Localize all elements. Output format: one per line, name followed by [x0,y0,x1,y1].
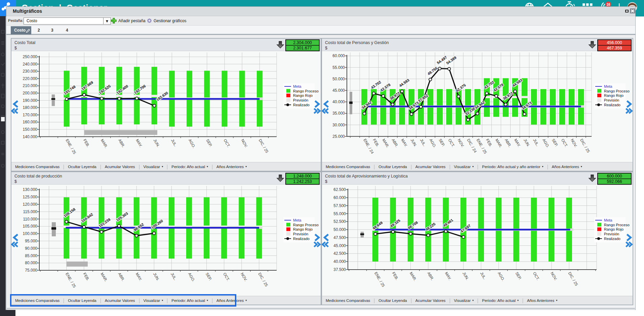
svg-text:75.000: 75.000 [25,268,37,273]
svg-text:42.500: 42.500 [333,251,346,256]
svg-text:DIC. / 25: DIC. / 25 [567,271,578,286]
svg-text:105.000: 105.000 [23,224,38,229]
svg-text:210.000: 210.000 [23,83,38,88]
svg-text:467.359: 467.359 [607,46,622,50]
svg-text:OCT.: OCT. [223,139,231,148]
svg-text:AGO.: AGO. [188,272,196,282]
svg-text:55.000: 55.000 [332,65,345,70]
svg-text:2.301.677: 2.301.677 [293,46,312,50]
svg-text:230.000: 230.000 [23,69,38,74]
svg-text:NOV.: NOV. [240,139,248,148]
svg-text:220.000: 220.000 [23,76,38,81]
svg-text:Previsión: Previsión [293,232,308,236]
svg-text:1.248.000: 1.248.000 [293,174,312,179]
svg-text:SEP.: SEP. [438,138,446,147]
svg-text:FEB.: FEB. [83,139,90,148]
svg-text:45.000: 45.000 [332,88,345,93]
svg-text:54.389: 54.389 [446,55,457,65]
svg-text:MAY.: MAY. [514,138,521,148]
svg-text:ABR.: ABR. [504,138,512,148]
svg-text:456.000: 456.000 [607,40,622,45]
svg-text:MAR.: MAR. [100,139,109,149]
svg-text:90.000: 90.000 [25,246,37,251]
svg-text:Rango Rojo: Rango Rojo [604,227,623,231]
svg-text:MAR.: MAR. [381,138,390,149]
svg-text:OCT.: OCT. [223,272,230,282]
svg-text:AGO.: AGO. [542,138,550,149]
svg-text:SEP.: SEP. [551,138,559,147]
svg-text:ABR.: ABR. [391,138,399,148]
svg-text:Rango Rojo: Rango Rojo [293,227,313,231]
svg-text:NOV.: NOV. [550,271,558,281]
svg-text:ABR.: ABR. [117,272,125,282]
svg-text:Previsión: Previsión [604,98,619,102]
svg-text:130.000: 130.000 [23,187,38,192]
svg-text:180.000: 180.000 [23,105,38,110]
svg-text:JUN.: JUN. [153,139,160,148]
svg-text:47.500: 47.500 [333,235,346,240]
svg-text:OCT.: OCT. [532,271,540,281]
svg-text:DIC. / 25: DIC. / 25 [258,139,269,154]
svg-text:NOV.: NOV. [240,272,248,282]
svg-text:ABR.: ABR. [427,271,435,281]
svg-text:Previsión: Previsión [293,98,308,102]
svg-text:30.000: 30.000 [332,123,345,127]
svg-text:250.000: 250.000 [23,54,38,59]
svg-text:DIC. / 25: DIC. / 25 [579,138,591,153]
svg-text:JUL.: JUL. [479,271,487,280]
svg-text:Rango Rojo: Rango Rojo [293,93,313,97]
svg-text:SEP.: SEP. [205,272,213,281]
svg-text:JUL.: JUL. [419,138,427,147]
svg-text:54.497: 54.497 [436,55,447,65]
svg-text:Meta: Meta [293,84,301,88]
svg-text:95.000: 95.000 [25,239,37,243]
svg-text:Meta: Meta [293,218,301,222]
svg-text:125.000: 125.000 [23,195,38,199]
svg-text:ENE. / 25: ENE. / 25 [65,139,77,155]
svg-text:120.000: 120.000 [23,202,38,207]
svg-text:JUL.: JUL. [170,272,177,281]
svg-text:Meta: Meta [604,84,612,88]
svg-text:ENE. / 25: ENE. / 25 [65,272,77,288]
svg-text:MAR.: MAR. [495,138,503,149]
svg-text:100.000: 100.000 [23,231,38,236]
svg-text:SEP.: SEP. [515,271,522,280]
svg-text:MAR.: MAR. [100,272,108,282]
svg-text:Realizado: Realizado [293,103,310,107]
svg-text:SEP.: SEP. [205,139,213,148]
svg-text:240.000: 240.000 [23,62,38,67]
svg-text:43.702: 43.702 [370,80,381,90]
svg-text:160.000: 160.000 [23,120,38,124]
svg-text:DIC. / 25: DIC. / 25 [257,272,269,287]
svg-text:Meta: Meta [604,218,612,222]
svg-text:40.000: 40.000 [332,100,345,104]
svg-text:FEB.: FEB. [391,271,399,281]
svg-text:60.000: 60.000 [333,195,346,200]
svg-text:190.000: 190.000 [23,98,38,103]
svg-text:MAY.: MAY. [400,138,408,148]
svg-text:80.000: 80.000 [25,261,37,265]
svg-text:44.593: 44.593 [398,78,410,88]
svg-text:DIC. / 24: DIC. / 24 [467,138,478,154]
svg-text:MAY.: MAY. [135,139,143,148]
svg-text:NOV.: NOV. [457,138,465,148]
svg-text:MAY.: MAY. [135,272,143,281]
svg-text:40.000: 40.000 [333,259,346,264]
svg-text:OCT.: OCT. [561,138,568,148]
svg-text:Rango Rojo: Rango Rojo [604,93,623,97]
svg-text:50.000: 50.000 [333,227,346,232]
svg-text:JUN.: JUN. [153,272,160,281]
svg-text:85.000: 85.000 [25,253,37,258]
svg-text:Previsión: Previsión [604,232,619,236]
svg-text:2.304.000: 2.304.000 [293,40,312,45]
svg-text:FEB.: FEB. [372,138,380,148]
svg-text:Rango Proceso: Rango Proceso [293,223,319,227]
svg-text:55.000: 55.000 [333,211,346,216]
svg-text:MAR.: MAR. [409,271,417,282]
svg-text:ENE. / 25: ENE. / 25 [374,271,386,288]
svg-text:MAY.: MAY. [444,271,452,281]
svg-text:FEB.: FEB. [485,138,493,148]
svg-text:AGO.: AGO. [429,138,437,149]
svg-text:JUN.: JUN. [523,138,531,148]
svg-text:592.066: 592.066 [607,179,622,184]
